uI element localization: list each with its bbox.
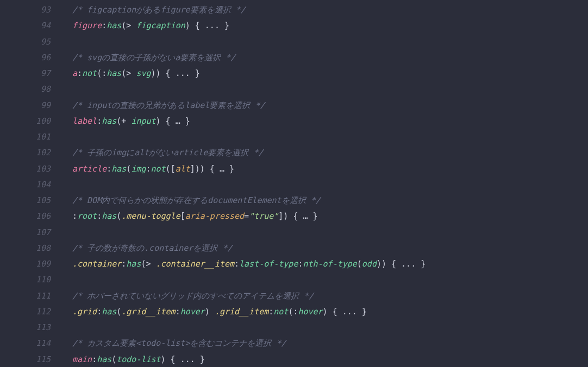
line-number: 107 [0,225,51,241]
code-line[interactable] [72,129,588,145]
code-line[interactable]: /* カスタム要素<todo-list>を含むコンテナを選択 */ [72,336,588,351]
code-line[interactable]: /* 子の数が奇数の.containerを選択 */ [72,241,588,256]
code-token: : [102,21,107,30]
code-token: ) [185,21,190,30]
code-line[interactable]: /* inputの直接の兄弟があるlabel要素を選択 */ [72,98,588,113]
line-number: 112 [0,304,51,320]
code-token: : [176,307,180,317]
code-token: ( [116,307,121,317]
code-line[interactable]: main:has(todo-list) { ... } [72,352,588,368]
code-token: : [102,68,107,78]
code-token: todo-list [116,355,160,364]
code-token: ) [205,307,210,317]
line-number: 113 [0,320,51,336]
code-line[interactable]: /* ホバーされていないグリッド内のすべてのアイテムを選択 */ [72,288,588,304]
code-token: { … } [161,116,190,126]
code-line[interactable]: article:has(img:not([alt])) { … } [72,161,588,177]
code-token: ( [121,68,126,78]
code-token: /* figcaptionがあるfigure要素を選択 */ [72,5,246,15]
code-token: { ... } [166,355,205,364]
code-token: .container [72,259,121,269]
code-line[interactable] [72,81,588,97]
code-line[interactable]: :root:has(.menu-toggle[aria-pressed="tru… [72,208,588,224]
code-token: ) [156,68,161,78]
line-number-gutter: 9394959697989910010110210310410510610710… [0,2,62,367]
code-line[interactable]: /* DOM内で何らかの状態が存在するdocumentElementを選択 */ [72,193,588,208]
code-token: aria-pressed [185,211,244,221]
code-token: /* 子孫のimgにaltがないarticle要素を選択 */ [72,148,264,157]
code-line[interactable]: figure:has(> figcaption) { ... } [72,18,588,34]
line-number: 108 [0,241,51,256]
code-token: main [72,355,92,364]
code-token: root [77,211,97,221]
code-token: figure [72,21,102,30]
code-token: : [92,355,97,364]
code-token: label [72,116,97,126]
code-line[interactable]: .container:has(> .container__item:last-o… [72,256,588,272]
code-token: = [244,211,249,221]
code-token: nth-of-type [303,259,356,269]
code-token: /* 子の数が奇数の.containerを選択 */ [72,243,233,253]
code-token: : [268,307,273,317]
line-number: 102 [0,145,51,161]
code-token: > [126,21,136,30]
code-token: input [131,116,155,126]
code-token: { ... } [161,68,200,78]
code-line[interactable]: /* 子孫のimgにaltがないarticle要素を選択 */ [72,145,588,161]
line-number: 101 [0,129,51,145]
code-token: ) [200,164,205,174]
code-token: .grid [72,307,97,317]
code-line[interactable] [72,272,588,288]
code-token: hover [298,307,322,317]
code-token: /* ホバーされていないグリッド内のすべてのアイテムを選択 */ [72,291,314,301]
code-token: [ [180,211,185,221]
code-line[interactable] [72,320,588,336]
code-line[interactable] [72,34,588,50]
code-token: has [126,259,141,269]
code-token: has [107,68,121,78]
line-number: 105 [0,193,51,208]
code-token: last-of-type [239,259,298,269]
code-token: ( [357,259,362,269]
code-token: has [111,164,126,174]
code-line[interactable]: .grid:has(.grid__item:hover) .grid__item… [72,304,588,320]
line-number: 104 [0,177,51,193]
line-number: 95 [0,34,51,50]
code-line[interactable]: /* svgの直接の子孫がないa要素を選択 */ [72,50,588,66]
code-token: ) [377,259,381,269]
code-token: { ... } [190,21,229,30]
code-content[interactable]: /* figcaptionがあるfigure要素を選択 */figure:has… [62,2,588,367]
line-number: 110 [0,272,51,288]
code-line[interactable] [72,225,588,241]
code-token: : [97,116,102,126]
code-token: { ... } [328,307,367,317]
line-number: 93 [0,2,51,18]
code-token: { … } [288,211,317,221]
code-token: not [273,307,288,317]
line-number: 96 [0,50,51,66]
code-line[interactable]: /* figcaptionがあるfigure要素を選択 */ [72,2,588,18]
code-token: ) [195,164,200,174]
code-line[interactable] [72,177,588,193]
code-token: has [102,211,116,221]
line-number: 99 [0,98,51,113]
code-line[interactable]: label:has(+ input) { … } [72,113,588,129]
code-token: ) [156,116,161,126]
line-number: 106 [0,208,51,224]
code-token: ) [151,68,156,78]
code-token: : [107,164,111,174]
code-token: : [77,68,82,78]
code-token: ( [121,21,126,30]
code-token: ] [278,211,283,221]
code-editor[interactable]: 9394959697989910010110210310410510610710… [0,0,588,367]
code-token: > [126,68,136,78]
code-token: ( [166,164,171,174]
code-token: ) [161,355,166,364]
code-token: : [234,259,239,269]
code-token: .grid__item [121,307,175,317]
code-token: ) [381,259,386,269]
code-token: /* カスタム要素<todo-list>を含むコンテナを選択 */ [72,338,286,348]
code-token: .container__item [156,259,235,269]
code-line[interactable]: a:not(:has(> svg)) { ... } [72,66,588,81]
code-token: has [102,307,116,317]
